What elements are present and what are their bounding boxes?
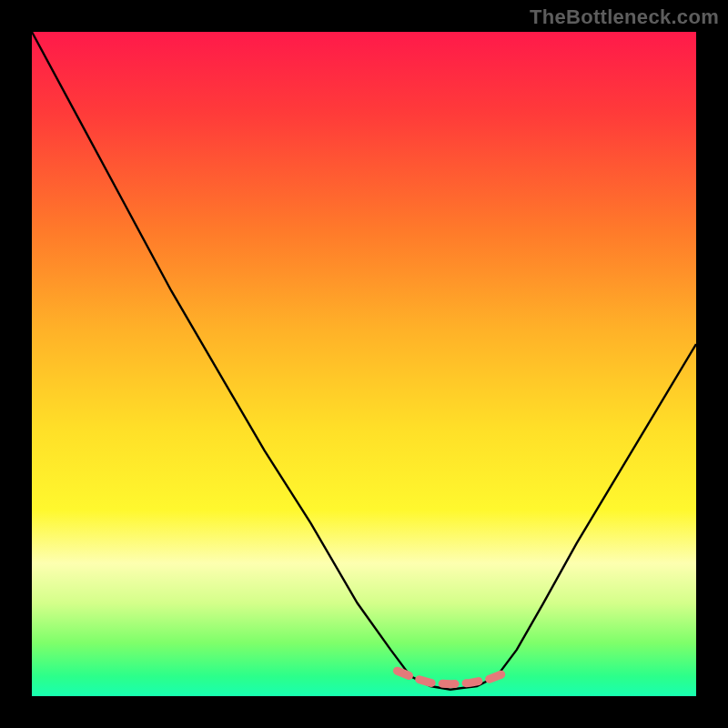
bottleneck-chart	[0, 0, 728, 728]
plot-background	[32, 32, 696, 696]
watermark-text: TheBottleneck.com	[530, 5, 719, 29]
chart-frame: TheBottleneck.com	[0, 0, 728, 728]
